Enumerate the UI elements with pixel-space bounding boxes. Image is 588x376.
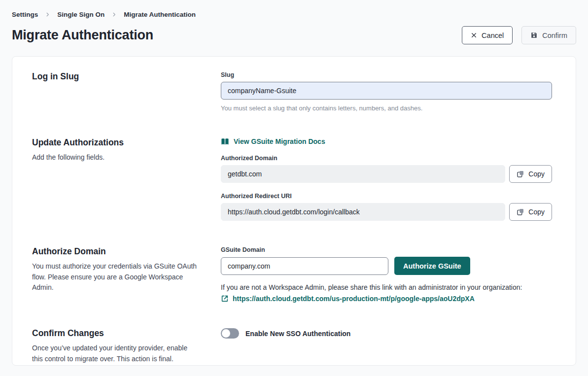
copy-icon [517,208,524,216]
slug-input[interactable] [221,82,552,100]
breadcrumb: Settings Single Sign On Migrate Authenti… [12,11,576,18]
confirm-button[interactable]: Confirm [521,26,576,44]
update-authorizations-description: Add the following fields. [32,152,199,163]
x-icon [471,32,477,38]
cancel-button[interactable]: Cancel [462,26,513,44]
login-slug-title: Log in Slug [32,71,199,82]
section-authorize-domain: Authorize Domain You must authorize your… [32,246,552,303]
gsuite-migration-docs-link[interactable]: View GSuite Migration Docs [221,137,325,145]
authorized-domain-input[interactable] [221,165,505,183]
breadcrumb-single-sign-on[interactable]: Single Sign On [57,11,104,18]
confirm-button-label: Confirm [542,32,567,39]
section-confirm-changes: Confirm Changes Once you’ve updated your… [32,328,552,364]
authorized-redirect-uri-label: Authorized Redirect URI [221,193,552,200]
section-login-slug: Log in Slug Slug You must select a slug … [32,71,552,112]
external-link-icon [221,295,229,303]
gsuite-domain-label: GSuite Domain [221,246,552,253]
authorize-gsuite-button[interactable]: Authorize GSuite [394,257,470,275]
copy-redirect-uri-button[interactable]: Copy [509,203,552,221]
copy-authorized-domain-button[interactable]: Copy [509,165,552,183]
update-authorizations-title: Update Authorizations [32,137,199,148]
share-link-row: https://auth.cloud.getdbt.com/us-product… [221,295,552,303]
copy-button-label: Copy [528,208,545,216]
breadcrumb-settings[interactable]: Settings [12,11,38,18]
authorize-domain-description: You must authorize your credentials via … [32,261,199,293]
admin-share-link[interactable]: https://auth.cloud.getdbt.com/us-product… [233,295,475,303]
toggle-knob [222,329,230,338]
authorized-redirect-uri-input[interactable] [221,203,505,221]
slug-helper-text: You must select a slug that only contain… [221,104,552,112]
copy-icon [517,170,524,178]
authorized-domain-label: Authorized Domain [221,155,552,162]
header-actions: Cancel Confirm [462,26,576,44]
slug-label: Slug [221,71,552,78]
enable-sso-toggle-row: Enable New SSO Authentication [221,328,552,339]
cancel-button-label: Cancel [482,32,504,39]
page-title: Migrate Authentication [12,28,153,43]
breadcrumb-current-page: Migrate Authentication [124,11,196,18]
settings-card: Log in Slug Slug You must select a slug … [12,56,576,366]
save-icon [530,32,538,39]
authorized-redirect-uri-row: Copy [221,203,552,221]
gsuite-domain-input[interactable] [221,257,388,275]
confirm-changes-description: Once you’ve updated your identity provid… [32,343,199,364]
gsuite-migration-docs-label: View GSuite Migration Docs [234,137,325,145]
open-book-icon [221,138,229,145]
confirm-changes-title: Confirm Changes [32,328,199,339]
gsuite-domain-row: Authorize GSuite [221,257,552,275]
workspace-admin-note: If you are not a Workspace Admin, please… [221,283,552,291]
chevron-right-icon [111,12,117,17]
authorized-domain-row: Copy [221,165,552,183]
copy-button-label: Copy [528,170,545,178]
authorize-domain-title: Authorize Domain [32,246,199,257]
page-header: Settings Single Sign On Migrate Authenti… [0,0,588,44]
enable-sso-toggle-label: Enable New SSO Authentication [245,330,350,338]
chevron-right-icon [45,12,50,17]
section-update-authorizations: Update Authorizations Add the following … [32,137,552,221]
enable-sso-toggle[interactable] [221,328,239,339]
